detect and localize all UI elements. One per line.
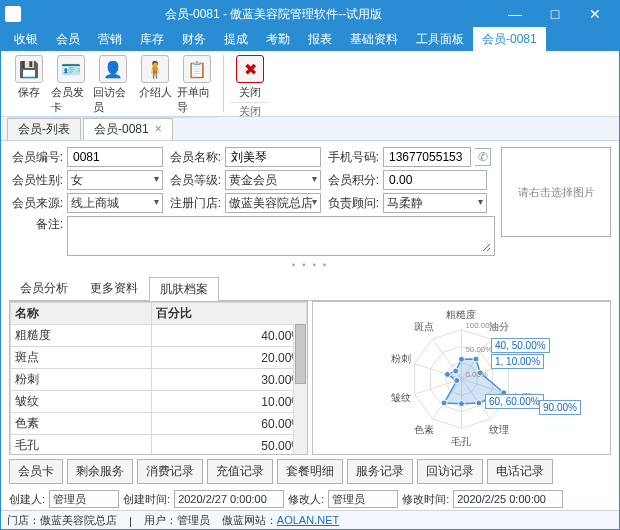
svg-text:斑点: 斑点 [414, 321, 434, 332]
source-label: 会员来源: [9, 195, 63, 212]
menu-10[interactable]: 会员-0081 [473, 27, 546, 51]
svg-point-18 [476, 400, 482, 406]
photo-box[interactable]: 请右击选择图片 [501, 147, 611, 237]
remark-field[interactable] [67, 216, 495, 256]
bottom-btn[interactable]: 会员卡 [9, 459, 63, 484]
id-field[interactable] [67, 147, 163, 167]
maximize-button[interactable]: □ [535, 1, 575, 27]
save-button-icon: 💾 [15, 55, 43, 83]
phone-label: 手机号码: [325, 149, 379, 166]
ribbon: 💾保存🪪会员发卡👤回访会员🧍介绍人📋开单向导 记录编辑 ✖ 关闭 关闭 [1, 51, 619, 117]
bottom-btn[interactable]: 消费记录 [137, 459, 203, 484]
regstore-select[interactable]: 傲蓝美容院总店 [225, 193, 321, 213]
bottom-btn[interactable]: 电话记录 [487, 459, 553, 484]
splitter[interactable]: ▪ ▪ ▪ ▪ [9, 259, 611, 270]
bottom-btn[interactable]: 回访记录 [417, 459, 483, 484]
svg-point-21 [454, 378, 460, 384]
close-button[interactable]: ✖ 关闭 [230, 53, 270, 102]
consultant-label: 负责顾问: [325, 195, 379, 212]
level-label: 会员等级: [167, 172, 221, 189]
modified-label: 修改时间: [402, 492, 449, 507]
subtab-2[interactable]: 肌肤档案 [149, 277, 219, 301]
doc-tabstrip: 会员-列表会员-0081× [1, 117, 619, 141]
grid-scrollbar[interactable] [293, 324, 307, 454]
issue-card-button[interactable]: 🪪会员发卡 [51, 53, 91, 117]
creator-label: 创建人: [9, 492, 45, 507]
bottom-btn[interactable]: 套餐明细 [277, 459, 343, 484]
phone-field[interactable] [383, 147, 471, 167]
name-label: 会员名称: [167, 149, 221, 166]
status-user: 管理员 [177, 514, 210, 526]
menu-8[interactable]: 基础资料 [341, 27, 407, 51]
ribbon-group-label: 关闭 [230, 102, 270, 119]
chart-tooltip: 60, 60.00% [485, 394, 544, 409]
title-bar: 会员-0081 - 傲蓝美容院管理软件--试用版 — □ ✕ [1, 1, 619, 27]
menu-bar: 收银会员营销库存财务提成考勤报表基础资料工具面板会员-0081 [1, 27, 619, 51]
svg-text:毛孔: 毛孔 [452, 436, 472, 447]
svg-point-20 [441, 400, 447, 406]
member-form: 会员编号: 会员名称: 手机号码: ✆ 会员性别: 女 会员等级: 黄金会员 会… [1, 141, 619, 272]
skin-grid[interactable]: 名称百分比粗糙度40.00%斑点20.00%粉刺30.00%皱纹10.00%色素… [9, 301, 308, 455]
referrer-button[interactable]: 🧍介绍人 [135, 53, 175, 117]
menu-2[interactable]: 营销 [89, 27, 131, 51]
phone-icon[interactable]: ✆ [475, 148, 491, 166]
window-close-button[interactable]: ✕ [575, 1, 615, 27]
menu-4[interactable]: 财务 [173, 27, 215, 51]
menu-6[interactable]: 考勤 [257, 27, 299, 51]
created-label: 创建时间: [123, 492, 170, 507]
table-row[interactable]: 斑点20.00% [11, 347, 307, 369]
table-row[interactable]: 色素60.00% [11, 413, 307, 435]
chart-tooltip: 1, 10.00% [491, 354, 544, 369]
gender-select[interactable]: 女 [67, 170, 163, 190]
bottom-btn[interactable]: 充值记录 [207, 459, 273, 484]
tab-close-icon[interactable]: × [155, 122, 162, 136]
doc-tab[interactable]: 会员-0081× [83, 118, 173, 140]
issue-card-button-icon: 🪪 [57, 55, 85, 83]
table-row[interactable]: 毛孔50.00% [11, 435, 307, 456]
subtab-0[interactable]: 会员分析 [9, 276, 79, 300]
svg-text:纹理: 纹理 [489, 424, 509, 435]
svg-text:50.00%: 50.00% [465, 345, 492, 354]
audit-row: 创建人: 管理员 创建时间: 2020/2/27 0:00:00 修改人: 管理… [1, 488, 619, 510]
created-field: 2020/2/27 0:00:00 [174, 490, 284, 508]
grid-header[interactable]: 百分比 [151, 303, 306, 325]
menu-7[interactable]: 报表 [299, 27, 341, 51]
minimize-button[interactable]: — [495, 1, 535, 27]
menu-1[interactable]: 会员 [47, 27, 89, 51]
consultant-select[interactable]: 马柔静 [383, 193, 487, 213]
subtab-1[interactable]: 更多资料 [79, 276, 149, 300]
table-row[interactable]: 皱纹10.00% [11, 391, 307, 413]
svg-text:色素: 色素 [414, 424, 434, 435]
menu-9[interactable]: 工具面板 [407, 27, 473, 51]
level-select[interactable]: 黄金会员 [225, 170, 321, 190]
svg-point-15 [473, 356, 479, 362]
points-field[interactable] [383, 170, 487, 190]
points-label: 会员积分: [325, 172, 379, 189]
chart-tooltip: 90.00% [539, 400, 581, 415]
svg-text:0.00%: 0.00% [465, 370, 487, 379]
gender-label: 会员性别: [9, 172, 63, 189]
creator-field: 管理员 [49, 490, 119, 508]
id-label: 会员编号: [9, 149, 63, 166]
grid-header[interactable]: 名称 [11, 303, 152, 325]
table-row[interactable]: 粗糙度40.00% [11, 325, 307, 347]
svg-text:粉刺: 粉刺 [391, 353, 411, 364]
source-select[interactable]: 线上商城 [67, 193, 163, 213]
menu-5[interactable]: 提成 [215, 27, 257, 51]
bottom-btn[interactable]: 服务记录 [347, 459, 413, 484]
status-bar: 门店：傲蓝美容院总店 | 用户：管理员 傲蓝网站：AOLAN.NET [1, 510, 619, 530]
visit-member-button[interactable]: 👤回访会员 [93, 53, 133, 117]
svg-point-14 [459, 356, 465, 362]
menu-3[interactable]: 库存 [131, 27, 173, 51]
status-store: 傲蓝美容院总店 [40, 514, 117, 526]
doc-tab[interactable]: 会员-列表 [7, 118, 81, 140]
svg-text:皱纹: 皱纹 [391, 392, 411, 403]
menu-0[interactable]: 收银 [5, 27, 47, 51]
name-field[interactable] [225, 147, 321, 167]
order-wizard-button[interactable]: 📋开单向导 [177, 53, 217, 117]
website-link[interactable]: AOLAN.NET [277, 514, 339, 526]
table-row[interactable]: 粉刺30.00% [11, 369, 307, 391]
save-button[interactable]: 💾保存 [9, 53, 49, 117]
bottom-btn[interactable]: 剩余服务 [67, 459, 133, 484]
svg-point-23 [453, 368, 459, 374]
